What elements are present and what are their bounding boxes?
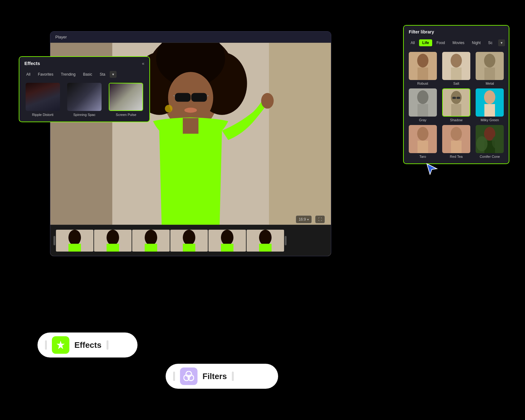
svg-rect-51 xyxy=(457,97,460,99)
svg-point-27 xyxy=(183,230,195,245)
filter-item-robust[interactable]: Robust xyxy=(408,52,438,85)
aspect-ratio-button[interactable]: 16:9 ▾ xyxy=(296,216,312,223)
filter-thumb-gray xyxy=(409,88,437,117)
filter-tab-movies[interactable]: Movies xyxy=(449,39,468,46)
svg-rect-46 xyxy=(418,104,428,117)
svg-point-53 xyxy=(484,90,495,104)
svg-point-42 xyxy=(484,54,495,68)
svg-rect-54 xyxy=(484,104,495,117)
effects-tab-favorites[interactable]: Favorites xyxy=(35,71,56,78)
svg-rect-31 xyxy=(221,244,233,252)
effects-button-card[interactable]: Effects xyxy=(38,332,138,358)
svg-rect-60 xyxy=(451,141,462,153)
effects-tab-trending[interactable]: Trending xyxy=(58,71,79,78)
svg-point-59 xyxy=(451,127,462,141)
scene: Player xyxy=(0,0,525,420)
svg-rect-19 xyxy=(68,244,81,252)
svg-point-39 xyxy=(451,54,462,68)
filters-icon-circle xyxy=(180,368,198,385)
filter-item-salt[interactable]: Salt xyxy=(441,52,471,85)
effect-item-spinning[interactable]: Spinning Spac xyxy=(65,83,104,117)
timeline-left-grip xyxy=(53,236,55,245)
filter-item-conifer-cone[interactable]: Conifer Cone xyxy=(475,125,505,158)
filter-thumb-salt xyxy=(442,52,470,80)
svg-point-18 xyxy=(68,230,81,245)
filter-item-metal[interactable]: Metal xyxy=(475,52,505,85)
effects-tab-all[interactable]: All xyxy=(23,71,33,78)
svg-rect-22 xyxy=(107,244,119,252)
filter-tab-more-button[interactable]: ▾ xyxy=(498,39,505,46)
filter-thumb-red-tea xyxy=(442,125,470,153)
effect-item-ripple[interactable]: Ripple Distorti xyxy=(23,83,62,117)
filters-card-right-grip xyxy=(232,372,234,381)
filters-button-card[interactable]: Filters xyxy=(166,364,278,389)
filter-name-shadow: Shadow xyxy=(450,118,462,122)
fullscreen-button[interactable]: ⛶ xyxy=(315,216,325,223)
svg-rect-13 xyxy=(183,118,198,134)
filter-name-red-tea: Red Tea xyxy=(450,155,463,158)
filter-item-shadow[interactable]: Shadow xyxy=(441,88,471,122)
timeline-thumb-4 xyxy=(170,230,208,252)
effect-thumb-ripple xyxy=(26,83,60,111)
filter-item-taro[interactable]: Taro xyxy=(408,125,438,158)
filter-name-milky-green: Milky Green xyxy=(481,118,499,122)
effects-icon-circle xyxy=(52,336,69,354)
filter-thumb-conifer-cone xyxy=(476,125,504,153)
effects-tab-more-button[interactable]: ▾ xyxy=(110,71,117,78)
filter-thumb-milky-green xyxy=(476,88,504,117)
svg-rect-25 xyxy=(145,244,157,252)
filter-item-red-tea[interactable]: Red Tea xyxy=(441,125,471,158)
svg-point-65 xyxy=(492,135,503,149)
svg-rect-34 xyxy=(259,244,272,252)
timeline-strip xyxy=(50,225,331,256)
effects-tab-sta[interactable]: Sta xyxy=(97,71,108,78)
svg-rect-50 xyxy=(452,97,456,99)
timeline-right-grip xyxy=(285,236,287,245)
filter-panel-title: Filter library xyxy=(409,29,434,34)
svg-marker-67 xyxy=(57,341,65,349)
filter-grid: Robust Salt xyxy=(404,49,509,163)
svg-point-64 xyxy=(476,136,488,151)
filter-name-metal: Metal xyxy=(486,82,494,85)
filter-tab-night[interactable]: Night xyxy=(469,39,484,46)
effects-card-left-grip xyxy=(45,340,47,350)
effect-name-screen: Screen Pulse xyxy=(116,113,136,117)
svg-rect-40 xyxy=(451,68,462,80)
effects-card-right-grip xyxy=(107,340,108,350)
svg-point-56 xyxy=(417,127,428,141)
filter-thumb-metal xyxy=(476,52,504,80)
filter-tab-food[interactable]: Food xyxy=(433,39,448,46)
player-controls: 16:9 ▾ ⛶ xyxy=(296,216,325,223)
svg-rect-37 xyxy=(418,68,428,80)
effect-name-spinning: Spinning Spac xyxy=(73,113,96,117)
svg-point-33 xyxy=(259,230,272,245)
filter-tab-all[interactable]: All xyxy=(408,39,418,46)
svg-rect-10 xyxy=(191,93,207,102)
svg-point-15 xyxy=(165,105,172,112)
svg-point-45 xyxy=(417,90,428,104)
svg-point-24 xyxy=(145,230,157,245)
effects-collapse-button[interactable]: « xyxy=(142,61,144,66)
svg-point-30 xyxy=(221,230,233,245)
expand-icon: ⛶ xyxy=(318,217,322,222)
svg-rect-57 xyxy=(418,141,428,153)
effects-panel-title: Effects xyxy=(24,61,40,66)
filter-name-robust: Robust xyxy=(417,82,428,85)
svg-rect-49 xyxy=(451,104,461,116)
filter-panel: Filter library All Life Food Movies Nigh… xyxy=(403,25,509,164)
effects-grid: Ripple Distorti Spinning Spac Screen Pul… xyxy=(19,80,149,122)
filters-button-label: Filters xyxy=(202,372,227,381)
filter-tab-life[interactable]: Life xyxy=(419,39,432,46)
effects-tab-basic[interactable]: Basic xyxy=(80,71,95,78)
player-title-bar: Player xyxy=(50,32,331,43)
filter-tab-sc[interactable]: Sc xyxy=(485,39,496,46)
svg-point-16 xyxy=(184,108,197,113)
effect-item-screen[interactable]: Screen Pulse xyxy=(107,83,146,117)
filter-item-gray[interactable]: Gray xyxy=(408,88,438,122)
filter-item-milky-green[interactable]: Milky Green xyxy=(475,88,505,122)
filter-thumb-taro xyxy=(409,125,437,153)
timeline-thumb-6 xyxy=(247,230,284,252)
filter-thumb-robust xyxy=(409,52,437,80)
svg-marker-66 xyxy=(427,164,437,174)
effects-panel: Effects « All Favorites Trending Basic S… xyxy=(19,56,150,122)
